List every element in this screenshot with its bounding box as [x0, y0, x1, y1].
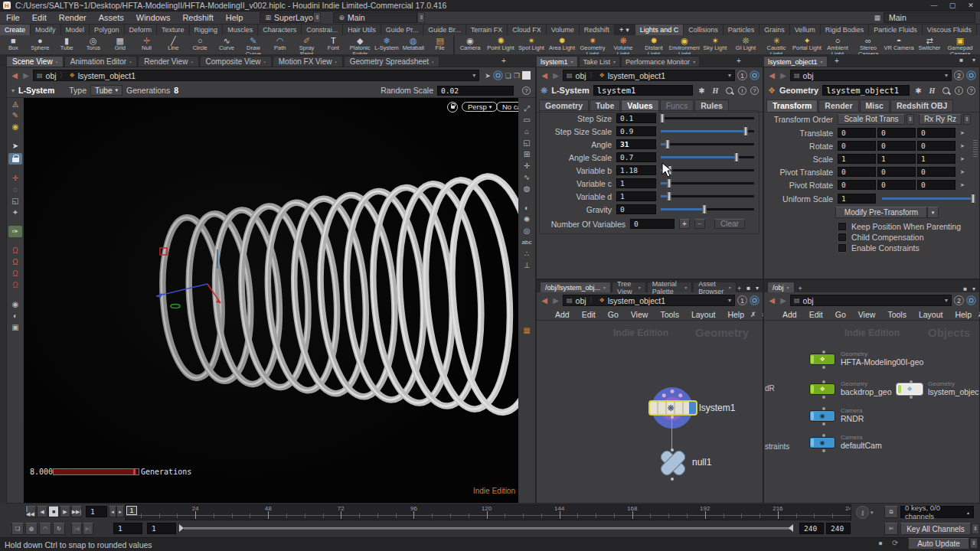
pin-pane-icon[interactable]: ➤ — [485, 72, 491, 80]
shelf-tool-button[interactable]: ◎Torus — [80, 35, 106, 54]
viewport-tool-icon[interactable]: Ω — [8, 245, 22, 256]
maximize-button[interactable]: ▢ — [943, 0, 962, 11]
range-slider[interactable] — [184, 527, 793, 530]
parameter-slider[interactable] — [661, 143, 754, 145]
shelf-tab[interactable]: Rigging — [190, 24, 224, 35]
viewport-tool-icon[interactable]: ▣ — [8, 321, 22, 333]
go-start-button[interactable]: |◀◀ — [25, 506, 36, 517]
checkbox[interactable] — [838, 223, 846, 230]
display-option-icon[interactable]: abc — [520, 236, 534, 248]
display-option-icon[interactable]: ◐ — [520, 202, 534, 214]
menu-item[interactable]: Edit — [26, 11, 53, 24]
channel-icon[interactable]: ➤ — [960, 130, 965, 136]
network-menu-item[interactable]: Add — [776, 310, 803, 319]
shelf-tool-button[interactable]: ◉Environment Light — [669, 35, 700, 54]
pane-tab[interactable]: Asset Browser▾ — [693, 282, 737, 292]
z-field[interactable]: 0 — [917, 180, 956, 190]
pane-maximize-icon[interactable]: ■ — [963, 285, 967, 292]
desktop-selector[interactable]: ⊕ Main — [333, 12, 417, 23]
parameter-path-field[interactable]: ▤ obj 〉 ❖ lsystem_object1 ▾ — [563, 70, 735, 81]
network-canvas[interactable]: Indie Edition Geometry ❋ lsystem1 null1 — [537, 321, 763, 503]
slider-handle[interactable] — [667, 191, 671, 201]
range-end-grip[interactable] — [789, 524, 793, 532]
x-field[interactable]: 0 — [838, 141, 876, 151]
z-field[interactable]: 0 — [917, 141, 956, 151]
network-node[interactable]: ❖ Geometry lsystem_object1 — [897, 383, 979, 396]
search-icon[interactable] — [942, 87, 949, 94]
recook-icon[interactable]: ⟳ — [892, 539, 898, 547]
nav-forward-icon[interactable]: ▶ — [21, 71, 31, 80]
current-frame-field[interactable]: 1 — [86, 506, 107, 517]
checkbox[interactable] — [838, 244, 846, 252]
viewport-path-field[interactable]: ▤ obj 〉 ❖ lsystem_object1 ▾ — [33, 70, 479, 81]
network-node[interactable]: ◉ Camera RNDR — [809, 410, 864, 423]
range-next-icon[interactable]: ▶| — [83, 523, 93, 535]
display-option-icon[interactable]: ▦ — [520, 324, 534, 336]
range-prev-icon[interactable]: |◀ — [71, 523, 82, 535]
display-option-icon[interactable]: ∿ — [520, 171, 534, 183]
shelf-tab[interactable]: Polygon — [90, 24, 125, 35]
shelf-tool-button[interactable]: ❋Volume Light — [608, 35, 639, 54]
shelf-tab[interactable]: Redshift — [580, 24, 615, 35]
pane-link-number[interactable]: 2 — [954, 295, 964, 305]
y-field[interactable]: 0 — [877, 180, 916, 190]
shelf-tab[interactable]: Constrai... — [302, 24, 343, 35]
shelf-tab[interactable]: Characters — [258, 24, 302, 35]
menu-item[interactable]: Assets — [93, 11, 130, 24]
auto-update-dropdown[interactable]: Auto Update — [908, 538, 969, 549]
add-variable-button[interactable]: + — [679, 219, 690, 229]
houdini-asset-icon[interactable]: H — [710, 86, 720, 95]
node-name[interactable]: defaultCam — [841, 441, 882, 450]
pane-link-number[interactable]: 2 — [954, 70, 964, 80]
shelf-tool-button[interactable]: ✸Distant Light — [639, 35, 669, 54]
global-start-field[interactable]: 1 — [113, 523, 142, 534]
display-option-icon[interactable]: ✛ — [520, 160, 534, 171]
pane-link-number[interactable]: 1 — [737, 70, 747, 80]
nav-back-icon[interactable]: ◀ — [540, 71, 549, 80]
pane-tab[interactable]: Scene View▪ — [6, 56, 64, 67]
nav-forward-icon[interactable]: ▶ — [551, 296, 560, 305]
slider-handle[interactable] — [744, 126, 748, 136]
channel-icon[interactable]: ➤ — [960, 182, 965, 188]
viewport-tool-icon[interactable] — [8, 153, 22, 165]
shelf-tab[interactable]: Grains — [760, 24, 790, 35]
scissors-icon[interactable]: ✄ — [884, 523, 898, 535]
nav-back-icon[interactable]: ◀ — [767, 71, 776, 80]
display-option-icon[interactable]: ✺ — [520, 214, 534, 225]
link-radial-icon[interactable] — [750, 70, 760, 80]
shelf-tool-button[interactable]: ╱Line — [160, 35, 187, 54]
shelf-tab[interactable]: Modify — [31, 24, 61, 35]
parameter-slider[interactable] — [661, 182, 754, 184]
houdini-asset-icon[interactable]: H — [927, 86, 937, 95]
shelf-tab[interactable]: Model — [61, 24, 90, 35]
network-node[interactable]: ❖ Geometry backdrop_geo — [809, 383, 892, 396]
camera-select-button[interactable]: No cam▾ — [496, 102, 520, 112]
parameter-path-field[interactable]: ▤ obj ▾ — [790, 70, 952, 81]
viewport-tool-icon[interactable]: ◉ — [8, 298, 22, 310]
display-option-icon[interactable]: ◱ — [520, 137, 534, 148]
key-all-channels-button[interactable]: Key All Channels — [900, 523, 971, 535]
remove-variable-button[interactable]: − — [694, 219, 705, 229]
viewport-lock-icon[interactable] — [447, 102, 458, 112]
parameter-value-field[interactable]: 0 — [616, 204, 656, 214]
pane-tab[interactable]: Material Palette▾ — [647, 282, 693, 292]
display-option-icon[interactable]: ⌂ — [520, 126, 534, 137]
node-name[interactable]: HFTA-Modeling00I-geo — [841, 357, 923, 367]
shelf-tool-button[interactable]: ✷Geometry Light — [577, 35, 608, 54]
uniform-scale-field[interactable]: 1 — [838, 194, 876, 204]
viewport-tool-icon[interactable]: ✛ — [8, 172, 22, 184]
shelf-tool-button[interactable]: ◠Path — [266, 35, 293, 54]
parameter-value-field[interactable]: 1 — [616, 191, 656, 201]
viewport-tool-icon[interactable]: Ω — [8, 268, 22, 279]
x-field[interactable]: 1 — [838, 154, 876, 164]
viewport-canvas[interactable]: Persp▾ No cam▾ 8.0000 Generations Indie … — [24, 98, 520, 503]
z-field[interactable]: 1 — [917, 154, 956, 164]
link-radial-icon[interactable] — [750, 295, 760, 305]
shelf-add-button[interactable]: +▾ — [615, 24, 634, 35]
shelf-tool-button[interactable]: ✎Draw Curve — [240, 35, 266, 54]
pane-tab-add[interactable]: + — [737, 57, 741, 65]
shelf-tab[interactable]: Hair Utils — [343, 24, 381, 35]
shelf-tool-button[interactable]: ✳Caustic Light — [761, 35, 792, 54]
random-scale-value[interactable]: 0.02 — [437, 86, 514, 96]
pane-tab-add[interactable]: + — [501, 57, 506, 65]
